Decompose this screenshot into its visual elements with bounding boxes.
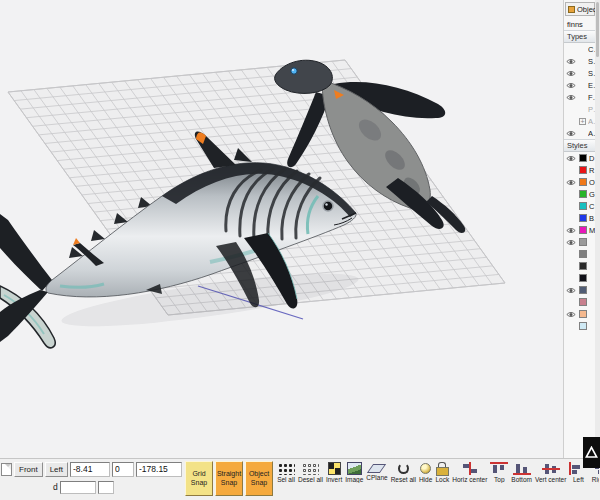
invert-icon — [328, 462, 341, 475]
swatch-row[interactable] — [564, 248, 596, 260]
coordinate-input[interactable] — [136, 462, 182, 477]
type-row[interactable]: Points — [564, 103, 596, 115]
document-icon[interactable] — [1, 463, 12, 476]
distance-input[interactable] — [60, 481, 96, 494]
visibility-eye-icon[interactable] — [566, 227, 577, 234]
swatch-row[interactable] — [564, 260, 596, 272]
sel-all-icon — [277, 462, 295, 475]
swatch-row[interactable] — [564, 320, 596, 332]
coordinate-input[interactable] — [70, 462, 110, 477]
tool-button[interactable]: Vert center — [534, 461, 567, 483]
tool-button[interactable]: CPlane — [365, 461, 388, 481]
tool-button[interactable]: Hide — [418, 461, 433, 483]
style-row[interactable]: Blue — [564, 212, 596, 224]
swatch-row[interactable] — [564, 272, 596, 284]
visibility-eye-icon[interactable] — [566, 94, 577, 101]
corner-logo — [583, 437, 600, 468]
view-button[interactable]: Left — [45, 462, 68, 477]
tool-button[interactable]: Reset all — [390, 461, 417, 483]
style-color-swatch[interactable] — [579, 202, 587, 210]
view-button[interactable]: Front — [14, 462, 43, 477]
distance-input-2[interactable] — [98, 481, 114, 494]
swatch-row[interactable] — [564, 308, 596, 320]
style-color-swatch[interactable] — [579, 250, 587, 258]
style-row[interactable]: Cyan — [564, 200, 596, 212]
reset-all-icon — [398, 463, 409, 474]
tool-button[interactable]: Image — [344, 461, 364, 483]
type-label: Annotations — [588, 117, 595, 126]
align-top-icon — [490, 462, 508, 475]
style-color-swatch[interactable] — [579, 238, 587, 246]
style-color-swatch[interactable] — [579, 190, 587, 198]
tool-button[interactable]: Sel all — [276, 461, 296, 483]
style-row[interactable]: Green — [564, 188, 596, 200]
visibility-eye-icon[interactable] — [566, 287, 577, 294]
viewport-3d[interactable] — [0, 0, 563, 458]
style-row[interactable]: Magenta — [564, 224, 596, 236]
visibility-eye-icon[interactable] — [566, 70, 577, 77]
types-list: Curves Surfaces — [564, 43, 596, 139]
expand-plus-icon[interactable] — [579, 118, 586, 125]
style-color-swatch[interactable] — [579, 298, 587, 306]
objects-header-button[interactable]: Objects — [565, 2, 595, 16]
style-color-swatch[interactable] — [579, 262, 587, 270]
distance-label: d — [1, 482, 58, 492]
style-color-swatch[interactable] — [579, 214, 587, 222]
view-buttons: FrontLeft — [14, 462, 68, 477]
tool-button[interactable]: Top — [489, 461, 509, 483]
snap-buttons: Grid Snap Straight Snap Object Snap — [185, 461, 273, 496]
style-row[interactable]: Red — [564, 164, 596, 176]
style-color-swatch[interactable] — [579, 226, 587, 234]
type-row[interactable]: Annotations — [564, 115, 596, 127]
hide-icon — [420, 463, 431, 474]
snap-button[interactable]: Straight Snap — [215, 461, 243, 496]
type-row[interactable]: All objects — [564, 127, 596, 139]
hammerhead-eye — [291, 68, 297, 74]
types-section-header[interactable]: Types — [564, 30, 596, 43]
coordinate-input[interactable] — [112, 462, 134, 477]
panel-scrollbar[interactable] — [595, 0, 600, 458]
visibility-eye-icon[interactable] — [566, 130, 577, 137]
style-color-swatch[interactable] — [579, 274, 587, 282]
visibility-eye-icon[interactable] — [566, 58, 577, 65]
bottom-toolbar: FrontLeft d Grid Snap Straight — [0, 458, 600, 500]
tool-button[interactable]: Desel all — [297, 461, 324, 483]
selection-name[interactable]: finns — [564, 18, 596, 30]
styles-list: Default Red — [564, 152, 596, 236]
type-row[interactable]: Surfaces — [564, 55, 596, 67]
style-color-swatch[interactable] — [579, 178, 587, 186]
style-color-swatch[interactable] — [579, 322, 587, 330]
style-color-swatch[interactable] — [579, 310, 587, 318]
horiz-center-icon — [461, 462, 479, 475]
style-color-swatch[interactable] — [579, 154, 587, 162]
type-row[interactable]: Solids — [564, 67, 596, 79]
snap-button[interactable]: Object Snap — [245, 461, 273, 496]
styles-section-header[interactable]: Styles — [564, 139, 596, 152]
tool-button[interactable]: Horiz center — [451, 461, 488, 483]
style-row[interactable]: Orange — [564, 176, 596, 188]
swatch-row[interactable] — [564, 284, 596, 296]
scrollbar-thumb[interactable] — [596, 2, 599, 57]
tool-button[interactable]: Invert — [325, 461, 343, 483]
visibility-eye-icon[interactable] — [566, 179, 577, 186]
type-label: Edges — [588, 81, 595, 90]
style-color-swatch[interactable] — [579, 286, 587, 294]
snap-button[interactable]: Grid Snap — [185, 461, 213, 496]
swatch-row[interactable] — [564, 296, 596, 308]
type-row[interactable]: Faces — [564, 91, 596, 103]
visibility-eye-icon[interactable] — [566, 155, 577, 162]
style-row[interactable]: Default — [564, 152, 596, 164]
visibility-eye-icon[interactable] — [566, 239, 577, 246]
type-row[interactable]: Curves — [564, 43, 596, 55]
image-icon — [347, 462, 362, 475]
visibility-eye-icon[interactable] — [566, 82, 577, 89]
visibility-eye-icon[interactable] — [566, 311, 577, 318]
type-row[interactable]: Edges — [564, 79, 596, 91]
coordinate-fields — [70, 462, 182, 477]
style-color-swatch[interactable] — [579, 166, 587, 174]
tool-button[interactable]: Bottom — [510, 461, 533, 483]
corner-logo-icon — [585, 446, 598, 459]
swatch-row[interactable] — [564, 236, 596, 248]
tool-button[interactable]: Lock — [434, 461, 450, 483]
type-label: Solids — [588, 69, 595, 78]
